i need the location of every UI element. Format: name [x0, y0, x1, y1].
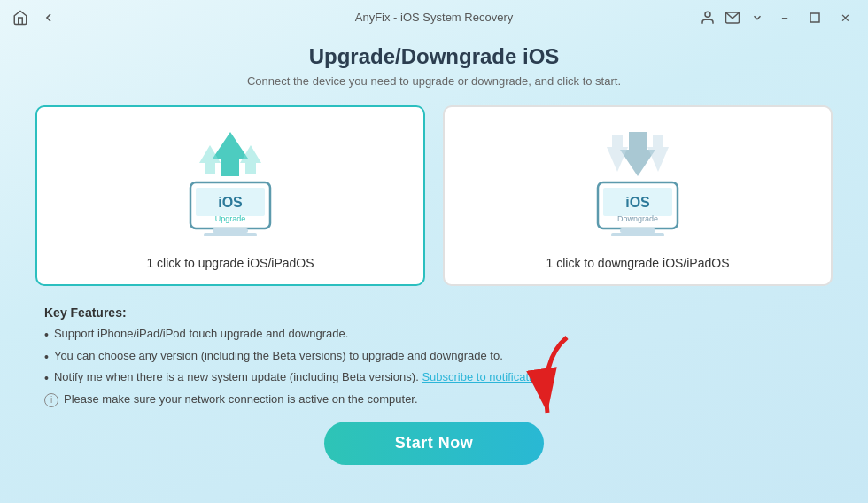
svg-rect-19	[620, 228, 655, 233]
maximize-button[interactable]	[802, 9, 827, 27]
svg-text:Upgrade: Upgrade	[215, 214, 246, 223]
features-section: Key Features: • Support iPhone/iPad/iPod…	[35, 306, 833, 407]
subscribe-link[interactable]: Subscribe to notifications	[422, 370, 550, 383]
mail-icon[interactable]	[723, 8, 742, 27]
feature-text-2: You can choose any version (including th…	[54, 349, 503, 362]
downgrade-card-label: 1 click to downgrade iOS/iPadOS	[546, 256, 730, 270]
svg-marker-5	[240, 145, 261, 174]
bullet-2: •	[44, 349, 49, 367]
btn-container: Start Now	[35, 422, 833, 465]
chevron-down-icon[interactable]	[748, 8, 767, 27]
upgrade-card[interactable]: iOS Upgrade 1 click to upgrade iOS/iPadO…	[35, 105, 425, 286]
feature-text-3: Notify me when there is a new system upd…	[54, 370, 550, 383]
svg-marker-14	[647, 135, 669, 172]
bullet-1: •	[44, 327, 49, 344]
svg-rect-11	[204, 233, 257, 236]
svg-rect-2	[810, 13, 819, 22]
main-content: Upgrade/Downgrade iOS Connect the device…	[0, 35, 868, 483]
feature-item-1: • Support iPhone/iPad/iPod touch upgrade…	[44, 327, 824, 344]
svg-marker-13	[607, 135, 628, 172]
feature-note: i Please make sure your network connecti…	[44, 392, 824, 407]
upgrade-card-label: 1 click to upgrade iOS/iPadOS	[146, 256, 314, 270]
window-title: AnyFix - iOS System Recovery	[355, 11, 513, 24]
svg-text:iOS: iOS	[218, 195, 243, 210]
svg-rect-10	[213, 228, 248, 233]
upgrade-illustration: iOS Upgrade	[159, 123, 301, 247]
titlebar-right: − ✕	[698, 8, 857, 27]
svg-text:Downgrade: Downgrade	[617, 214, 658, 223]
svg-text:iOS: iOS	[625, 195, 650, 210]
feature-item-2: • You can choose any version (including …	[44, 349, 824, 367]
minimize-button[interactable]: −	[772, 9, 797, 27]
cards-row: iOS Upgrade 1 click to upgrade iOS/iPadO…	[35, 105, 833, 286]
note-text: Please make sure your network connection…	[64, 392, 418, 406]
start-now-button[interactable]: Start Now	[324, 422, 545, 465]
close-button[interactable]: ✕	[833, 9, 857, 27]
downgrade-illustration: iOS Downgrade	[567, 123, 709, 247]
feature-item-3: • Notify me when there is a new system u…	[44, 370, 824, 388]
titlebar-left	[11, 8, 58, 27]
page-title: Upgrade/Downgrade iOS	[35, 44, 833, 69]
user-icon[interactable]	[698, 8, 717, 27]
features-title: Key Features:	[44, 306, 824, 320]
bullet-3: •	[44, 370, 49, 388]
home-icon[interactable]	[11, 8, 30, 27]
feature-text-1: Support iPhone/iPad/iPod touch upgrade a…	[54, 327, 348, 340]
svg-marker-12	[620, 132, 655, 176]
svg-marker-3	[213, 132, 248, 176]
svg-rect-20	[611, 233, 664, 236]
page-subtitle: Connect the device you need to upgrade o…	[35, 74, 833, 88]
svg-marker-4	[199, 145, 221, 174]
downgrade-card[interactable]: iOS Downgrade 1 click to downgrade iOS/i…	[443, 105, 833, 286]
svg-point-0	[705, 12, 710, 17]
back-icon[interactable]	[39, 8, 58, 27]
info-icon: i	[44, 393, 58, 407]
titlebar: AnyFix - iOS System Recovery − ✕	[0, 0, 868, 35]
